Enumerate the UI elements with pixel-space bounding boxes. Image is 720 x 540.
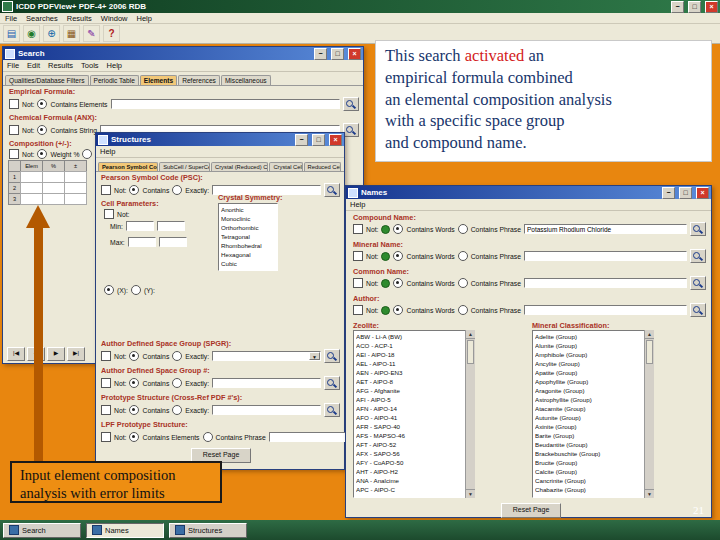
contains-radio[interactable] [129,405,139,415]
menu-item[interactable]: File [7,61,19,70]
menu-item[interactable]: Help [350,200,365,209]
not-checkbox[interactable] [353,224,363,234]
crystal-symmetry-listbox[interactable]: AnorthicMonoclinicOrthorhombicTetragonal… [218,203,278,271]
menu-item[interactable]: Tools [81,61,99,70]
minimize-button[interactable]: − [295,134,308,146]
contains-words-radio[interactable] [393,251,403,261]
list-item[interactable]: Axinite (Group) [535,422,642,431]
contains-phrase-radio[interactable] [458,278,468,288]
mineral-classification-listbox[interactable]: Adelite (Group)Alunite (Group)Amphibole … [532,330,653,498]
menu-item[interactable]: Help [100,147,115,156]
exactly-radio[interactable] [172,405,182,415]
grid-cell[interactable] [42,193,65,205]
list-item[interactable]: AFN - AlPO-14 [356,404,463,413]
zeolite-listbox[interactable]: ABW - Li-A (BW)ACO - ACP-1AEI - AlPO-18A… [353,330,474,498]
axis-x-radio[interactable] [104,285,114,295]
maximize-button[interactable]: □ [331,48,344,60]
maximize-button[interactable]: □ [312,134,325,146]
toolbar-icon[interactable]: ⊕ [43,25,60,42]
contains-phrase-radio[interactable] [203,432,213,442]
close-button[interactable]: × [348,48,361,60]
list-item[interactable]: Amphibole (Group) [535,350,642,359]
search-icon[interactable] [690,303,706,317]
cell-min-input-2[interactable] [157,221,185,231]
nav-button[interactable]: |◀ [7,347,25,361]
menu-item[interactable]: Help [107,61,122,70]
toolbar-icon[interactable]: ▤ [3,25,20,42]
contains-words-radio[interactable] [393,224,403,234]
list-item[interactable]: Chabazite (Group) [535,485,642,494]
contains-radio[interactable] [129,378,139,388]
list-item[interactable]: AFX - SAPO-56 [356,449,463,458]
search-icon[interactable] [690,276,706,290]
contains-radio[interactable] [129,185,139,195]
list-item[interactable]: Apatite (Group) [535,368,642,377]
list-item[interactable]: AEN - AlPO-EN3 [356,368,463,377]
search-icon[interactable] [324,349,340,363]
tab-subcell-supercell[interactable]: SubCell / SuperCell [159,162,210,171]
nav-button[interactable]: ▶ [47,347,65,361]
list-item[interactable]: AFG - Afghanite [356,386,463,395]
list-item[interactable]: APC - AlPO-C [356,485,463,494]
tab-reduced-cell[interactable]: Reduced Cell [304,162,342,171]
list-item[interactable]: AFT - AlPO-52 [356,440,463,449]
search-icon[interactable] [690,222,706,236]
not-checkbox[interactable] [353,251,363,261]
list-item[interactable]: Apophyllite (Group) [535,377,642,386]
list-item[interactable]: Brucite (Group) [535,458,642,467]
search-icon[interactable] [324,403,340,417]
spgr-combo[interactable] [212,351,321,361]
toolbar-icon[interactable]: ◉ [23,25,40,42]
toolbar-icon[interactable]: ▦ [63,25,80,42]
list-item[interactable]: AET - AlPO-8 [356,377,463,386]
contains-phrase-radio[interactable] [458,305,468,315]
grid-cell[interactable] [20,193,43,205]
list-item[interactable]: Aragonite (Group) [535,386,642,395]
list-item[interactable]: AFO - AlPO-41 [356,413,463,422]
tab-miscellaneous[interactable]: Miscellaneous [221,75,271,85]
list-item[interactable]: Orthorhombic [221,223,275,232]
exactly-radio[interactable] [172,185,182,195]
exactly-radio[interactable] [172,378,182,388]
not-checkbox[interactable] [101,378,111,388]
list-item[interactable]: Autunite (Group) [535,413,642,422]
not-checkbox[interactable] [9,149,19,159]
tab-pearson-symbol-code[interactable]: Pearson Symbol Code [98,162,158,171]
empirical-formula-input[interactable] [111,99,340,109]
contains-radio[interactable] [129,351,139,361]
contains-phrase-radio[interactable] [458,224,468,234]
compound-name-input[interactable] [524,224,687,234]
tab-elements[interactable]: Elements [140,75,177,85]
list-item[interactable]: Cancrinite (Group) [535,476,642,485]
list-item[interactable]: AFR - SAPO-40 [356,422,463,431]
list-item[interactable]: Monoclinic [221,214,275,223]
contains-phrase-radio[interactable] [458,251,468,261]
list-item[interactable]: Astrophyllite (Group) [535,395,642,404]
contains-words-radio[interactable] [393,305,403,315]
not-checkbox[interactable] [353,278,363,288]
list-item[interactable]: Hexagonal [221,250,275,259]
search-icon[interactable] [324,183,340,197]
search-icon[interactable] [690,249,706,263]
composition-grid[interactable]: Elem % ± 1 2 3 [9,161,87,205]
axis-y-radio[interactable] [131,285,141,295]
list-item[interactable]: ANA - Analcime [356,476,463,485]
tab-crystal-reduced-cell[interactable]: Crystal (Reduced) Cell [211,162,268,171]
not-checkbox[interactable] [101,185,111,195]
not-checkbox[interactable] [101,432,111,442]
minimize-button[interactable]: − [671,1,684,13]
tab-periodic-table[interactable]: Periodic Table [90,75,139,85]
list-item[interactable]: Alunite (Group) [535,341,642,350]
common-name-input[interactable] [524,278,687,288]
list-item[interactable]: ABW - Li-A (BW) [356,332,463,341]
list-item[interactable]: ACO - ACP-1 [356,341,463,350]
list-item[interactable]: Tetragonal [221,232,275,241]
search-icon[interactable] [324,376,340,390]
contains-string-radio[interactable] [37,125,47,135]
menu-item[interactable]: Edit [27,61,40,70]
minimize-button[interactable]: − [314,48,327,60]
search-icon[interactable] [343,123,359,137]
prototype-structure-input[interactable] [212,405,321,415]
contains-elements-radio[interactable] [37,99,47,109]
not-checkbox[interactable] [9,125,19,135]
